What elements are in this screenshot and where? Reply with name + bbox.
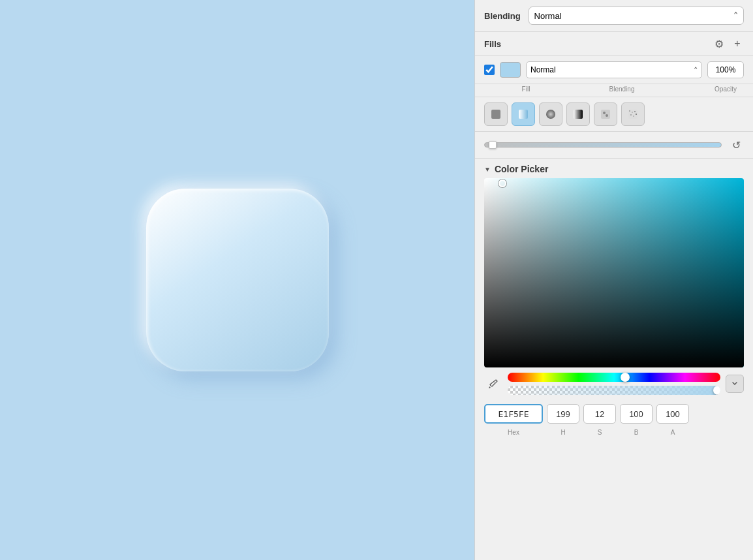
sliders-col bbox=[508, 373, 720, 395]
fill-blending-select[interactable]: Normal Multiply Screen bbox=[526, 61, 702, 78]
color-picker-section: ▼ Color Picker bbox=[475, 159, 753, 560]
fill-type-noise-btn[interactable] bbox=[621, 102, 645, 126]
fills-settings-icon[interactable]: ⚙ bbox=[713, 37, 726, 50]
color-picker-header: ▼ Color Picker bbox=[475, 159, 753, 178]
svg-rect-3 bbox=[574, 110, 583, 119]
alpha-slider-thumb bbox=[713, 386, 720, 395]
svg-rect-10 bbox=[634, 111, 636, 112]
fill-type-bw-btn[interactable] bbox=[566, 102, 590, 126]
hue-slider-thumb bbox=[621, 373, 630, 382]
saturation-field[interactable] bbox=[583, 404, 616, 424]
color-gradient-canvas[interactable] bbox=[484, 178, 744, 367]
fill-type-radial-btn[interactable] bbox=[539, 102, 562, 126]
opacity-label-small: Opacity bbox=[707, 86, 744, 93]
fill-type-solid-btn[interactable] bbox=[484, 102, 508, 126]
fill-blending-wrapper[interactable]: Normal Multiply Screen bbox=[526, 61, 702, 78]
fills-icons: ⚙ + bbox=[713, 37, 744, 50]
fill-checkbox[interactable] bbox=[484, 65, 495, 75]
hue-field[interactable] bbox=[547, 404, 579, 424]
blending-label: Blending bbox=[484, 11, 521, 21]
rounded-square-shape bbox=[146, 189, 329, 371]
gradient-bg bbox=[484, 178, 744, 367]
svg-rect-8 bbox=[629, 110, 630, 112]
alpha-slider[interactable] bbox=[508, 386, 720, 395]
opacity-slider[interactable] bbox=[484, 142, 722, 148]
a-label: A bbox=[656, 429, 689, 436]
b-label: B bbox=[620, 429, 653, 436]
hue-slider[interactable] bbox=[508, 373, 720, 382]
fills-title: Fills bbox=[484, 39, 713, 49]
blending-row: Blending Normal Multiply Screen Overlay bbox=[475, 0, 753, 32]
fill-type-linear-btn[interactable] bbox=[512, 102, 535, 126]
fill-color-swatch[interactable] bbox=[500, 62, 521, 78]
hex-label: Hex bbox=[484, 429, 543, 436]
blending-select-wrapper[interactable]: Normal Multiply Screen Overlay bbox=[529, 7, 744, 25]
brightness-field[interactable] bbox=[620, 404, 653, 424]
s-label: S bbox=[583, 429, 616, 436]
fill-labels: Fill Blending Opacity bbox=[475, 84, 753, 97]
fill-row: Normal Multiply Screen bbox=[475, 56, 753, 84]
alpha-gradient bbox=[508, 386, 720, 395]
h-label: H bbox=[547, 429, 579, 436]
refresh-btn[interactable]: ↺ bbox=[728, 137, 744, 153]
color-labels-row: Hex H S B A bbox=[475, 428, 753, 441]
svg-rect-0 bbox=[491, 110, 500, 119]
svg-point-5 bbox=[603, 112, 606, 114]
fills-add-icon[interactable]: + bbox=[731, 37, 744, 50]
color-picker-title: Color Picker bbox=[495, 164, 548, 174]
color-values-row bbox=[475, 400, 753, 428]
svg-rect-4 bbox=[601, 110, 610, 119]
svg-rect-13 bbox=[636, 114, 637, 115]
right-panel: Blending Normal Multiply Screen Overlay … bbox=[474, 0, 753, 560]
fill-opacity-field[interactable] bbox=[707, 61, 744, 78]
collapse-btn[interactable] bbox=[726, 375, 744, 393]
svg-rect-9 bbox=[632, 112, 633, 113]
eyedropper-btn[interactable] bbox=[484, 375, 502, 393]
blending-label-small: Blending bbox=[542, 86, 702, 93]
blending-select[interactable]: Normal Multiply Screen Overlay bbox=[529, 7, 744, 25]
triangle-icon: ▼ bbox=[484, 166, 491, 173]
svg-point-2 bbox=[546, 110, 555, 119]
fills-header: Fills ⚙ + bbox=[475, 32, 753, 56]
alpha-field[interactable] bbox=[656, 404, 689, 424]
fill-type-pattern-btn[interactable] bbox=[594, 102, 617, 126]
canvas-area bbox=[0, 0, 474, 560]
hex-field[interactable] bbox=[484, 404, 543, 424]
fill-label: Fill bbox=[515, 86, 536, 93]
svg-rect-1 bbox=[519, 110, 528, 119]
fill-type-row bbox=[475, 97, 753, 132]
svg-rect-11 bbox=[630, 114, 632, 116]
svg-rect-12 bbox=[633, 116, 634, 117]
opacity-slider-thumb bbox=[489, 141, 497, 149]
hue-alpha-row bbox=[475, 367, 753, 400]
opacity-slider-row: ↺ bbox=[475, 132, 753, 159]
color-cursor bbox=[499, 179, 506, 187]
svg-point-6 bbox=[606, 114, 608, 117]
